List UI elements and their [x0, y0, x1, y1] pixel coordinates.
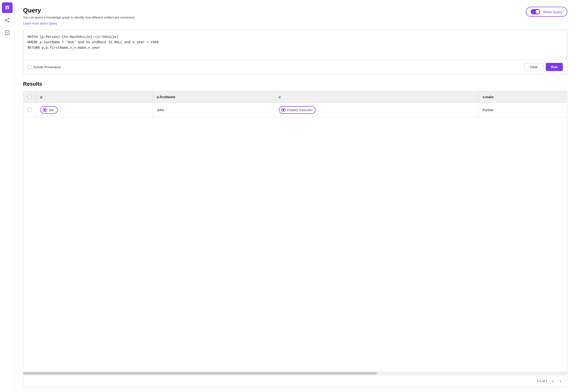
query-editor[interactable]: MATCH (p:Person)-[hv:HasVehicle]->(v:Veh…	[23, 30, 567, 59]
svg-line-8	[6, 19, 8, 20]
table-header-row: p p.firstName v v.make	[23, 91, 567, 103]
svg-rect-2	[7, 7, 9, 8]
svg-rect-0	[5, 6, 9, 7]
pagination-info: 1-1 of 1	[537, 379, 547, 383]
query-box: MATCH (p:Person)-[hv:HasVehicle]->(v:Veh…	[23, 30, 567, 74]
v-chip-dot-inner	[283, 109, 284, 111]
toggle-label: Show Query	[543, 10, 563, 14]
pagination-row: 1-1 of 1 ‹ ›	[23, 375, 567, 387]
query-btn-group: Clear Run	[524, 63, 563, 71]
svg-line-9	[6, 20, 8, 22]
scrollbar-thumb[interactable]	[23, 372, 377, 374]
results-table-wrapper: p p.firstName v v.make	[23, 91, 567, 387]
cell-p: Joe	[36, 103, 153, 117]
header-row: Query You can query a knowledge graph to…	[23, 7, 567, 26]
svg-point-5	[5, 20, 6, 21]
svg-rect-4	[7, 8, 9, 9]
header-left: Query You can query a knowledge graph to…	[23, 7, 135, 26]
cell-v-make: Pontiac	[478, 103, 567, 117]
sidebar-item-table[interactable]	[2, 2, 12, 13]
col-header-v: v	[274, 91, 478, 103]
results-table: p p.firstName v v.make	[23, 91, 567, 117]
toggle-thumb	[536, 10, 540, 14]
toggle-track	[531, 9, 540, 14]
svg-rect-1	[5, 7, 7, 8]
cell-v: Firebird Trans Am	[274, 103, 478, 117]
clear-button[interactable]: Clear	[524, 63, 543, 71]
page-title: Query	[23, 7, 135, 14]
graph-icon	[4, 18, 10, 23]
horizontal-scrollbar[interactable]	[23, 372, 567, 375]
query-footer: Include Provenance Clear Run	[23, 60, 567, 74]
svg-rect-10	[5, 31, 9, 35]
svg-rect-3	[5, 8, 7, 9]
sidebar-item-chart[interactable]	[2, 27, 12, 38]
page-subtitle: You can query a knowledge graph to ident…	[23, 16, 135, 19]
row-checkbox-cell	[23, 103, 36, 117]
provenance-text: Include Provenance	[33, 65, 61, 69]
pagination-next-button[interactable]: ›	[558, 378, 563, 384]
v-chip-label: Firebird Trans Am	[287, 108, 312, 112]
p-chip-label: Joe	[49, 108, 54, 112]
table-icon	[4, 5, 10, 10]
v-chip-dot	[281, 108, 286, 112]
chart-icon	[4, 30, 10, 35]
main-content: Query You can query a knowledge graph to…	[14, 0, 576, 392]
provenance-label[interactable]: Include Provenance	[28, 65, 61, 69]
svg-point-7	[8, 21, 9, 22]
run-button[interactable]: Run	[546, 63, 563, 71]
col-header-p-firstname: p.firstName	[152, 91, 274, 103]
p-chip-dot-inner	[44, 109, 46, 111]
col-header-checkbox	[23, 91, 36, 103]
p-node-chip[interactable]: Joe	[40, 106, 58, 114]
p-chip-dot	[43, 108, 47, 112]
header-checkbox[interactable]	[28, 94, 31, 98]
row-checkbox[interactable]	[28, 108, 31, 112]
provenance-checkbox[interactable]	[28, 65, 31, 69]
sidebar-item-graph[interactable]	[2, 15, 12, 26]
sidebar	[0, 0, 14, 392]
v-node-chip[interactable]: Firebird Trans Am	[279, 106, 316, 114]
table-row: Joe John Firebird Trans Am Pontiac	[23, 103, 567, 117]
results-title: Results	[23, 81, 567, 87]
cell-p-firstname: John	[152, 103, 274, 117]
col-header-v-make: v.make	[478, 91, 567, 103]
col-header-p: p	[36, 91, 153, 103]
svg-point-6	[8, 18, 9, 19]
show-query-toggle[interactable]: Show Query	[526, 7, 567, 17]
table-empty-space	[23, 117, 567, 371]
learn-more-link[interactable]: Learn more about Query	[23, 22, 57, 25]
pagination-prev-button[interactable]: ‹	[551, 378, 555, 384]
